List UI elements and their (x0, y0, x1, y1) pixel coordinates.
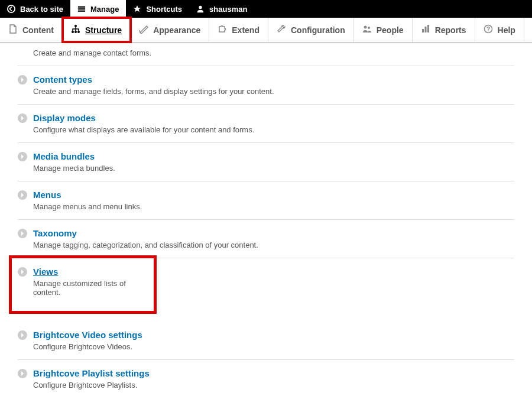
item-desc: Configure Brightcove Videos. (33, 342, 514, 351)
item-desc: Create and manage fields, forms, and dis… (33, 87, 514, 96)
item-desc: Manage tagging, categorization, and clas… (33, 241, 514, 249)
list-item: Brightcove Video settings Configure Brig… (18, 322, 514, 360)
item-title-link[interactable]: Taxonomy (33, 228, 514, 238)
help-icon: ? (484, 24, 493, 35)
hierarchy-icon (71, 24, 80, 35)
list-item: Content types Create and manage fields, … (18, 66, 514, 105)
list-item: Taxonomy Manage tagging, categorization,… (18, 220, 514, 258)
svg-point-4 (199, 6, 202, 9)
tab-content[interactable]: Content (0, 18, 63, 42)
manage-label: Manage (90, 5, 119, 14)
tab-appearance[interactable]: Appearance (131, 18, 209, 42)
svg-rect-1 (78, 7, 85, 8)
svg-point-10 (368, 27, 370, 29)
tab-extend[interactable]: Extend (209, 18, 268, 42)
item-title-link[interactable]: Brightcove Playlist settings (33, 368, 514, 378)
list-item: Create and manage contact forms. (18, 48, 514, 66)
admin-tabs: Content Structure Appearance Extend Conf… (0, 18, 532, 43)
chevron-right-icon (18, 113, 27, 123)
tab-appearance-label: Appearance (153, 25, 200, 35)
user-menu-button[interactable]: shausman (189, 0, 254, 18)
tab-people-label: People (377, 25, 404, 35)
back-to-site-label: Back to site (20, 5, 63, 14)
chevron-right-icon (18, 152, 27, 161)
item-title-link[interactable]: Brightcove Video settings (33, 330, 514, 340)
list-item-views: Views Manage customized lists of content… (12, 258, 154, 311)
manage-button[interactable]: Manage (70, 0, 126, 18)
item-desc: Manage menus and menu links. (33, 202, 514, 211)
chevron-right-icon (18, 330, 27, 340)
hamburger-icon (77, 5, 86, 13)
puzzle-icon (218, 24, 227, 35)
people-icon (362, 24, 372, 35)
svg-rect-12 (424, 27, 426, 33)
tab-help-label: Help (498, 25, 515, 35)
item-desc: Create and manage contact forms. (33, 48, 514, 57)
item-desc: Manage media bundles. (33, 164, 514, 173)
svg-point-9 (364, 26, 366, 29)
wrench-icon (277, 24, 286, 35)
svg-point-7 (74, 31, 77, 33)
paintbrush-icon (139, 24, 148, 35)
svg-point-5 (74, 25, 77, 27)
back-to-site-button[interactable]: Back to site (0, 0, 70, 18)
tab-people[interactable]: People (354, 18, 413, 42)
list-item: Display modes Configure what displays ar… (18, 105, 514, 143)
chevron-right-icon (18, 267, 27, 277)
list-item: Brightcove Playlist settings Configure B… (18, 360, 514, 398)
document-icon (8, 24, 18, 35)
list-item: Menus Manage menus and menu links. (18, 181, 514, 220)
svg-rect-11 (422, 29, 424, 33)
tab-reports-label: Reports (435, 25, 466, 35)
chevron-right-icon (18, 75, 27, 85)
username-label: shausman (209, 5, 247, 14)
svg-point-8 (77, 31, 80, 33)
item-desc: Configure Brightcove Playlists. (33, 381, 514, 389)
svg-rect-2 (78, 8, 85, 9)
structure-list: Create and manage contact forms. Content… (18, 48, 514, 398)
chevron-right-icon (18, 190, 27, 200)
tab-configuration-label: Configuration (291, 25, 345, 35)
item-title-link[interactable]: Views (33, 267, 154, 277)
tab-reports[interactable]: Reports (413, 18, 475, 42)
item-title-link[interactable]: Display modes (33, 113, 514, 123)
svg-text:?: ? (486, 26, 489, 33)
top-toolbar: Back to site Manage Shortcuts shausman (0, 0, 532, 18)
chevron-right-icon (18, 369, 27, 378)
item-title-link[interactable]: Menus (33, 190, 514, 200)
svg-point-0 (8, 5, 15, 12)
item-title-link[interactable]: Media bundles (33, 151, 514, 161)
tab-structure[interactable]: Structure (63, 18, 131, 42)
star-icon (133, 5, 141, 13)
item-desc: Manage customized lists of content. (33, 279, 154, 297)
tab-extend-label: Extend (232, 25, 259, 35)
svg-rect-3 (78, 11, 85, 12)
tab-configuration[interactable]: Configuration (268, 18, 354, 42)
item-title-link[interactable]: Content types (33, 74, 514, 85)
list-item: Media bundles Manage media bundles. (18, 143, 514, 181)
chevron-right-icon (18, 229, 27, 238)
user-icon (196, 5, 205, 13)
shortcuts-button[interactable]: Shortcuts (126, 0, 189, 18)
main-content: Create and manage contact forms. Content… (0, 43, 532, 409)
svg-rect-13 (427, 25, 429, 33)
tab-content-label: Content (22, 25, 54, 35)
tab-help[interactable]: ? Help (475, 18, 524, 42)
back-arrow-icon (7, 5, 15, 13)
tab-structure-label: Structure (85, 25, 122, 35)
shortcuts-label: Shortcuts (146, 5, 182, 14)
svg-point-6 (72, 31, 74, 33)
bar-chart-icon (421, 24, 430, 35)
item-desc: Configure what displays are available fo… (33, 125, 514, 134)
